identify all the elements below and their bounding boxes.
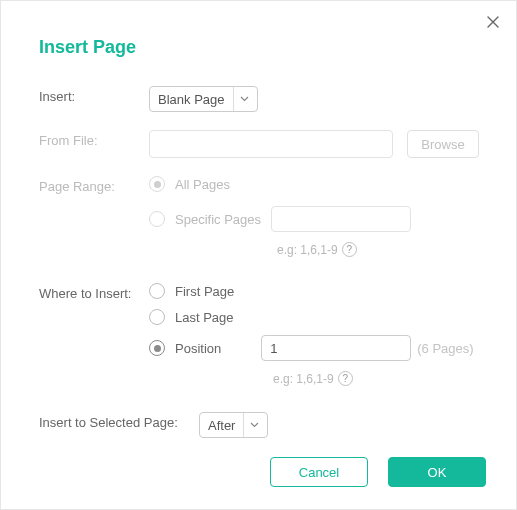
chevron-down-icon xyxy=(233,87,249,111)
radio-last-page[interactable] xyxy=(149,309,165,325)
radio-position[interactable] xyxy=(149,340,165,356)
from-file-input xyxy=(149,130,393,158)
insert-to-selected-value: After xyxy=(208,418,235,433)
position-hint: e.g: 1,6,1-9 xyxy=(273,372,334,386)
position-label: Position xyxy=(175,341,221,356)
close-icon[interactable] xyxy=(486,15,502,31)
insert-type-select[interactable]: Blank Page xyxy=(149,86,258,112)
specific-pages-label: Specific Pages xyxy=(175,212,261,227)
radio-all-pages xyxy=(149,176,165,192)
first-page-label: First Page xyxy=(175,284,234,299)
where-label: Where to Insert: xyxy=(31,283,149,301)
help-icon[interactable]: ? xyxy=(342,242,357,257)
ok-button[interactable]: OK xyxy=(388,457,486,487)
insert-to-selected-label: Insert to Selected Page: xyxy=(31,412,199,430)
all-pages-label: All Pages xyxy=(175,177,230,192)
pages-count-note: (6 Pages) xyxy=(417,341,473,356)
cancel-button[interactable]: Cancel xyxy=(270,457,368,487)
insert-to-selected-select[interactable]: After xyxy=(199,412,268,438)
browse-button: Browse xyxy=(407,130,479,158)
specific-pages-input xyxy=(271,206,411,232)
dialog-title: Insert Page xyxy=(39,37,486,58)
page-range-hint: e.g: 1,6,1-9 xyxy=(277,243,338,257)
last-page-label: Last Page xyxy=(175,310,234,325)
insert-label: Insert: xyxy=(31,86,149,104)
radio-first-page[interactable] xyxy=(149,283,165,299)
radio-specific-pages xyxy=(149,211,165,227)
insert-type-value: Blank Page xyxy=(158,92,225,107)
chevron-down-icon xyxy=(243,413,259,437)
page-range-label: Page Range: xyxy=(31,176,149,194)
help-icon[interactable]: ? xyxy=(338,371,353,386)
position-input[interactable] xyxy=(261,335,411,361)
from-file-label: From File: xyxy=(31,130,149,148)
insert-page-dialog: Insert Page Insert: Blank Page From File… xyxy=(0,0,517,510)
